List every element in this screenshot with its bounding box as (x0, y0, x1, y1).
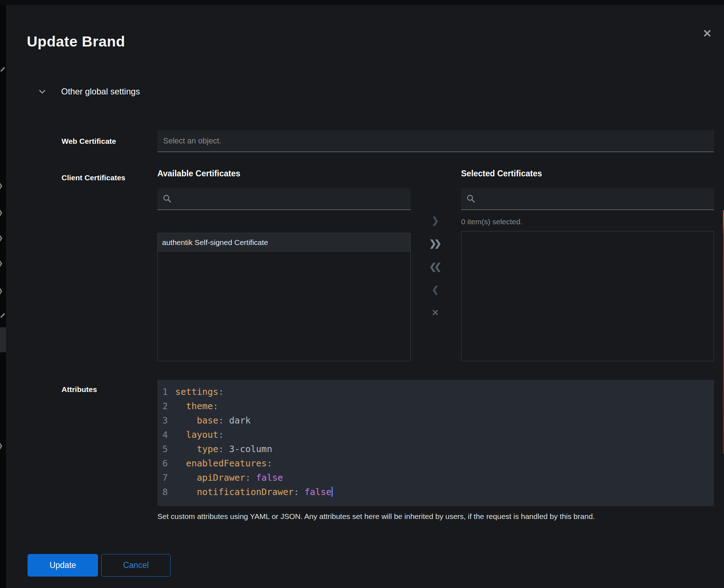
update-brand-modal: Update Brand ✕ Other global settings Web… (6, 5, 724, 588)
code-line: 1settings: (157, 385, 714, 399)
text-cursor (332, 487, 333, 497)
search-icon (466, 194, 476, 204)
attributes-help-text: Set custom attributes using YAML or JSON… (157, 512, 714, 521)
search-icon (163, 194, 172, 204)
available-search-input[interactable] (157, 188, 411, 210)
close-button[interactable]: ✕ (699, 26, 715, 41)
selected-search-input[interactable] (461, 188, 714, 210)
line-number: 3 (157, 413, 170, 428)
available-search-field (157, 188, 411, 210)
chevron-down-icon (38, 87, 47, 96)
chevron-right-icon: ❯ (0, 260, 3, 266)
code-line: 3 base: dark (157, 413, 714, 428)
available-certificates-heading: Available Certificates (157, 169, 240, 178)
update-button[interactable]: Update (28, 554, 98, 577)
chevron-left-icon: ❮ (432, 284, 439, 294)
chevron-right-icon: ❯ (432, 215, 439, 225)
code-line: 6 enabledFeatures: (157, 456, 714, 471)
code-line: 4 layout: (157, 428, 714, 442)
add-all-button[interactable]: ❯❯ (427, 235, 444, 251)
chevron-right-icon: ❯ (0, 442, 3, 449)
selected-search-field (461, 188, 714, 210)
line-number: 2 (157, 399, 170, 413)
line-number: 7 (157, 471, 170, 485)
code-line: 5 type: 3-column (157, 442, 714, 456)
selected-count-status: 0 item(s) selected. (461, 217, 523, 226)
chevron-right-icon: ❯ (0, 209, 3, 216)
code-line: 2 theme: (157, 399, 714, 413)
web-certificate-input[interactable] (157, 130, 714, 152)
code-line: 8 notificationDrawer: false (157, 485, 714, 499)
available-certificates-list: authentik Self-signed Certificate (157, 233, 411, 361)
sidebar-active-item-fragment (0, 327, 6, 352)
code-line: 7 apiDrawer: false (157, 471, 714, 485)
line-number: 6 (157, 456, 170, 471)
checkmark-icon (0, 67, 5, 72)
delete-all-button[interactable]: ✕ (427, 305, 444, 320)
attributes-code-editor[interactable]: 1settings:2 theme:3 base: dark4 layout:5… (157, 380, 714, 506)
line-number: 5 (157, 442, 170, 456)
attributes-label: Attributes (62, 385, 97, 394)
line-number: 1 (157, 385, 170, 399)
double-chevron-right-icon: ❯❯ (429, 235, 442, 251)
certificate-list-item[interactable]: authentik Self-signed Certificate (158, 233, 410, 252)
line-number: 8 (157, 485, 170, 499)
chevron-right-icon: ❯ (0, 287, 3, 294)
line-number: 4 (157, 428, 170, 442)
selected-certificates-list (461, 231, 714, 361)
client-certificates-label: Client Certificates (62, 173, 126, 182)
screen: ❯ ❯ ❯ ❯ ❯ ❯ Update Brand ✕ Other global … (0, 0, 724, 588)
selected-certificates-heading: Selected Certificates (461, 169, 542, 178)
checkmark-icon (0, 313, 5, 318)
double-chevron-left-icon: ❮❮ (429, 259, 442, 274)
web-certificate-label: Web Certificate (62, 137, 116, 146)
add-selected-button[interactable]: ❯ (427, 212, 444, 228)
cancel-button[interactable]: Cancel (101, 554, 171, 577)
page-title: Update Brand (27, 33, 125, 50)
chevron-right-icon: ❯ (0, 234, 3, 241)
section-label: Other global settings (61, 87, 140, 97)
section-toggle-other-global-settings[interactable]: Other global settings (38, 87, 140, 97)
remove-all-button[interactable]: ❮❮ (427, 259, 444, 274)
remove-selected-button[interactable]: ❮ (427, 281, 444, 297)
background-top-strip (0, 0, 724, 5)
close-icon: ✕ (703, 28, 711, 39)
chevron-right-icon: ❯ (0, 182, 3, 189)
x-icon: ✕ (432, 308, 439, 318)
background-sidebar-strip: ❯ ❯ ❯ ❯ ❯ ❯ (0, 0, 6, 588)
